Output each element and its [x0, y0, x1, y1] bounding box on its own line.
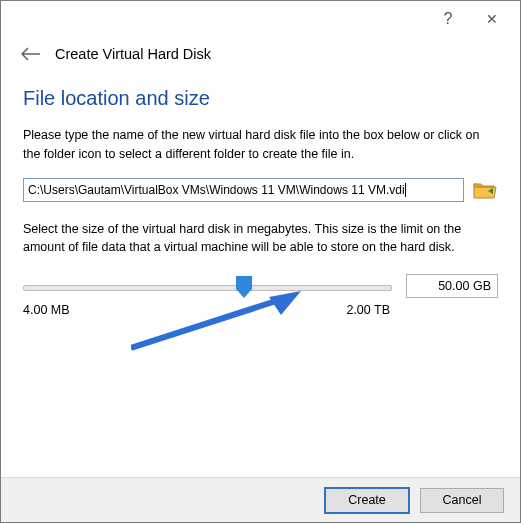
file-path-value: C:\Users\Gautam\VirtualBox VMs\Windows 1… — [28, 183, 405, 197]
size-slider[interactable] — [23, 271, 392, 301]
help-glyph: ? — [444, 10, 453, 28]
location-help-text: Please type the name of the new virtual … — [23, 126, 498, 164]
create-button[interactable]: Create — [324, 487, 410, 514]
close-icon[interactable]: ✕ — [470, 1, 514, 37]
titlebar: ? ✕ — [1, 1, 520, 37]
slider-labels: 4.00 MB 2.00 TB — [23, 303, 498, 317]
section-title: File location and size — [23, 87, 498, 110]
dialog-window: ? ✕ Create Virtual Hard Disk File locati… — [0, 0, 521, 523]
slider-track — [23, 285, 392, 291]
slider-min-label: 4.00 MB — [23, 303, 70, 317]
browse-folder-button[interactable] — [472, 179, 498, 201]
content-area: File location and size Please type the n… — [1, 87, 520, 317]
slider-thumb[interactable] — [236, 276, 252, 296]
wizard-title: Create Virtual Hard Disk — [55, 46, 211, 62]
cancel-button[interactable]: Cancel — [420, 488, 504, 513]
file-path-input[interactable]: C:\Users\Gautam\VirtualBox VMs\Windows 1… — [23, 178, 464, 202]
folder-icon — [473, 180, 497, 200]
file-path-row: C:\Users\Gautam\VirtualBox VMs\Windows 1… — [23, 178, 498, 202]
close-glyph: ✕ — [486, 11, 498, 27]
cancel-button-label: Cancel — [443, 493, 482, 507]
dialog-footer: Create Cancel — [1, 477, 520, 522]
help-icon[interactable]: ? — [426, 1, 470, 37]
size-slider-row: 50.00 GB — [23, 271, 498, 301]
create-button-label: Create — [348, 493, 386, 507]
size-value-input[interactable]: 50.00 GB — [406, 274, 498, 298]
size-value: 50.00 GB — [438, 279, 491, 293]
back-button[interactable] — [19, 43, 41, 65]
size-help-text: Select the size of the virtual hard disk… — [23, 220, 498, 258]
wizard-header: Create Virtual Hard Disk — [1, 37, 520, 83]
slider-max-label: 2.00 TB — [346, 303, 390, 317]
